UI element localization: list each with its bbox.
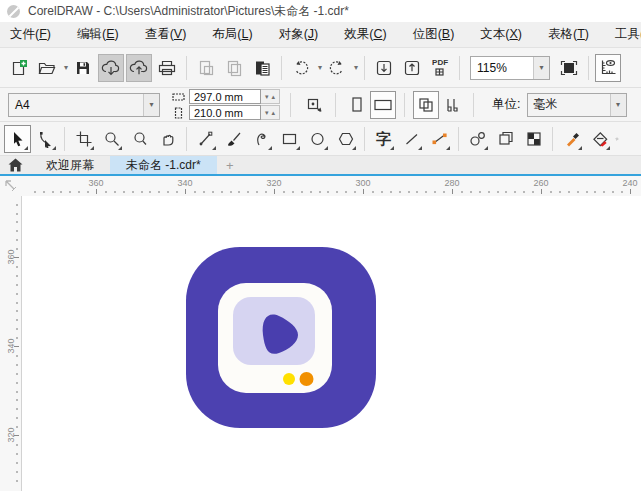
zoom-level-combo[interactable]: 115% ▾ [470,56,550,80]
menu-C[interactable]: 效果C [344,26,386,43]
ruler-tick [16,221,18,223]
polygon-tool[interactable] [332,125,359,153]
undo-button[interactable] [288,54,314,82]
icon-yellow-dot [283,373,295,385]
publish-pdf-button[interactable]: PDF [427,54,453,82]
ruler-tick [532,191,534,193]
page-size-combo[interactable]: A4 ▾ [8,93,160,117]
ruler-tick [586,191,588,193]
cut-button [193,54,219,82]
ruler-origin-corner[interactable] [0,176,22,196]
page-size-dropdown-arrow[interactable]: ▾ [143,94,159,116]
zoom-level-dropdown-arrow[interactable]: ▾ [533,57,549,79]
menu-L[interactable]: 布局L [212,26,252,43]
menu-F[interactable]: 文件F [10,26,51,43]
menu-J[interactable]: 对象J [279,26,319,43]
show-rulers-button[interactable] [595,54,621,82]
ruler-tick [274,189,275,194]
text-tool[interactable]: 字 [370,125,397,153]
save-floppy-icon [74,59,92,77]
shape-tool[interactable] [32,125,59,153]
paste-button[interactable] [249,54,275,82]
paintbrush-icon [225,130,243,148]
drop-shadow-tool[interactable] [492,125,519,153]
cloud-save-button[interactable] [126,54,152,82]
units-combo[interactable]: 毫米 ▾ [527,93,627,117]
pick-tool[interactable] [4,125,31,153]
freehand-tool[interactable] [192,125,219,153]
landscape-button[interactable] [370,91,396,119]
connector-icon [430,130,450,148]
clipped-edge-tool[interactable] [614,125,620,153]
home-tab-button[interactable] [0,156,30,174]
cloud-open-button[interactable] [98,54,124,82]
crop-tool[interactable] [70,125,97,153]
vertical-ruler[interactable]: 360340320 [0,196,22,491]
ruler-tick [541,189,542,194]
new-tab-button[interactable]: + [217,156,243,174]
straight-line-tool[interactable] [398,125,425,153]
units-dropdown-arrow[interactable]: ▾ [610,94,626,116]
mesh-pattern-tool[interactable] [520,125,547,153]
blend-tool[interactable] [464,125,491,153]
ellipse-icon [309,130,327,148]
apply-to-current-page-button[interactable] [439,91,465,119]
import-button[interactable] [371,54,397,82]
cut-icon [197,59,215,77]
zoom-out-tool[interactable] [126,125,153,153]
menu-X[interactable]: 文本X [480,26,522,43]
ruler-tick [577,191,579,193]
portrait-button[interactable] [344,91,370,119]
print-button[interactable] [154,54,180,82]
ruler-tick [327,191,329,193]
canvas[interactable] [23,196,641,491]
interactive-fill-tool[interactable] [586,125,613,153]
rectangle-tool[interactable] [276,125,303,153]
export-button[interactable] [399,54,425,82]
page-width-field[interactable]: 297.0 mm [189,89,261,104]
ruler-tick [372,191,374,193]
page-dimensions-options-button[interactable] [301,91,327,119]
page-width-spinner[interactable]: ▾▴ [261,89,280,104]
artistic-media-tool[interactable] [220,125,247,153]
zoom-tool[interactable] [98,125,125,153]
rulers-eye-icon [598,58,618,78]
units-value[interactable]: 毫米 [528,96,610,113]
horizontal-ruler[interactable]: 360340320300280260240 [0,176,641,196]
zoom-level-value[interactable]: 115% [471,61,533,75]
color-eyedropper-tool[interactable] [558,125,585,153]
print-icon [157,59,177,77]
ruler-tick [603,191,605,193]
tv-play-app-icon[interactable] [186,247,376,428]
tab-welcome-screen[interactable]: 欢迎屏幕 [30,156,110,174]
undo-dropdown-arrow[interactable]: ▾ [318,63,322,72]
ruler-tick [470,191,472,193]
ruler-tick [16,204,18,206]
menu-V[interactable]: 查看V [145,26,187,43]
tab-document[interactable]: 未命名 -1.cdr* [110,156,217,174]
page-height-spinner[interactable]: ▾▴ [261,105,280,120]
open-button[interactable] [34,54,60,82]
connector-tool[interactable] [426,125,453,153]
menu-E[interactable]: 编辑E [77,26,119,43]
menu-T[interactable]: 表格T [548,26,589,43]
open-dropdown-arrow[interactable]: ▾ [64,63,68,72]
ruler-tick [52,191,54,193]
page-size-value[interactable]: A4 [9,98,143,112]
save-button[interactable] [70,54,96,82]
redo-dropdown-arrow[interactable]: ▾ [354,63,358,72]
apply-to-all-pages-button[interactable] [413,91,439,119]
ruler-origin-icon [3,178,19,194]
full-screen-preview-button[interactable] [556,54,582,82]
h-ruler-label: 360 [88,178,103,188]
ellipse-tool[interactable] [304,125,331,153]
menu-O[interactable]: 工具O [615,26,641,43]
pan-tool[interactable] [154,125,181,153]
redo-button[interactable] [324,54,350,82]
new-document-button[interactable] [6,54,32,82]
title-bar: CorelDRAW - C:\Users\Administrator\Pictu… [0,0,641,22]
ruler-tick [34,191,36,193]
pen-tool[interactable] [248,125,275,153]
page-height-field[interactable]: 210.0 mm [189,105,261,120]
menu-B[interactable]: 位图B [413,26,455,43]
